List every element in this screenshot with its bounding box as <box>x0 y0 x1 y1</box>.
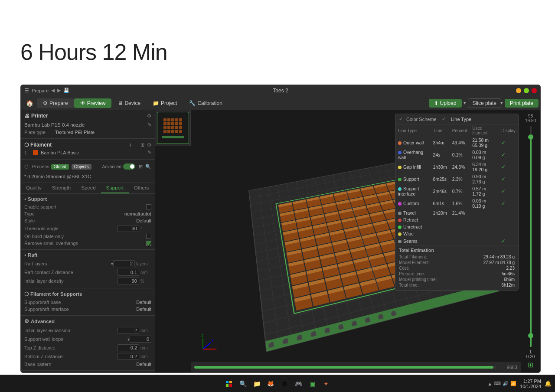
slider-handle-bottom[interactable] <box>528 333 533 338</box>
check-icon[interactable]: ✓ <box>501 238 506 244</box>
home-icon[interactable]: 🏠 <box>23 100 37 107</box>
remove-overhangs-checkbox[interactable]: ✓ <box>146 241 151 246</box>
type-label: Type <box>24 211 124 216</box>
settings-icon[interactable]: ⚙ <box>147 113 151 119</box>
print-time-title: 6 Hours 12 Min <box>20 39 167 65</box>
support-wall-loops-input[interactable] <box>130 336 151 343</box>
process-search-icon[interactable]: 🔍 <box>145 164 151 170</box>
threshold-input[interactable] <box>118 225 139 232</box>
check-icon[interactable]: ✓ <box>501 176 506 182</box>
base-pattern-value[interactable]: Default <box>136 362 151 367</box>
volume-icon[interactable]: 🔊 <box>503 381 509 386</box>
support-collapse-icon[interactable]: ▪ <box>24 196 26 202</box>
tray-arrow[interactable]: ▲ <box>487 381 492 386</box>
support-raft-interface-value[interactable]: Default <box>136 307 151 312</box>
check-icon[interactable]: ✓ <box>501 188 506 194</box>
process-global-tag[interactable]: Global <box>51 164 69 170</box>
layers-icon[interactable]: ⊞ <box>528 361 533 369</box>
add-filament-button[interactable]: + <box>128 141 132 148</box>
initial-layer-exp-input[interactable] <box>118 327 139 334</box>
style-value[interactable]: Default <box>136 218 151 223</box>
project-icon: 📁 <box>153 100 159 106</box>
print-plate-button[interactable]: Print plate <box>505 99 539 108</box>
advanced-toggle[interactable] <box>123 163 135 170</box>
taskbar-clock[interactable]: 1:27 PM 10/1/2024 <box>520 379 541 389</box>
advanced-label: Advanced <box>102 164 121 169</box>
tab-support[interactable]: Support <box>101 183 129 193</box>
nav-device[interactable]: 🖥 Device <box>111 98 147 108</box>
est-row-label: Cost: <box>399 266 409 271</box>
tab-strength[interactable]: Strength <box>47 183 76 193</box>
support-raft-base-value[interactable]: Default <box>136 300 151 305</box>
printer-section-header: 🖨 Printer ⚙ <box>24 113 151 119</box>
process-more-icons[interactable]: ⊞ <box>139 164 143 170</box>
type-value[interactable]: normal(auto) <box>124 211 151 216</box>
taskbar-folder[interactable]: 📁 <box>251 378 263 390</box>
slice-dropdown[interactable]: ▾ <box>500 100 503 106</box>
hamburger-icon[interactable]: ☰ <box>24 88 29 94</box>
check-icon[interactable]: ✓ <box>501 200 506 206</box>
row-filament <box>470 230 499 237</box>
check-icon[interactable]: ✓ <box>501 164 506 170</box>
nav-calibration[interactable]: 🔧 Calibration <box>183 98 228 108</box>
keyboard-icon[interactable]: ⌨ <box>494 381 501 386</box>
filament-edit-icon[interactable]: ✎ <box>147 150 151 155</box>
initial-layer-exp-row: Initial layer expansion mm <box>24 326 151 335</box>
color-scheme-row: Gap infill 1h30m 24.3% 6.34 m 19.20 g ✓ <box>395 161 518 173</box>
forward-icon[interactable]: ▶ <box>57 88 61 93</box>
slider-track[interactable] <box>530 126 532 347</box>
tab-others[interactable]: Others <box>129 183 154 193</box>
taskbar-game[interactable]: 🎮 <box>292 378 304 390</box>
slice-plate-button[interactable]: Slice plate <box>468 98 501 108</box>
notification-bell[interactable]: 🔔 <box>545 380 552 387</box>
filament-minus-button[interactable]: − <box>134 142 138 148</box>
upload-dropdown[interactable]: ▾ <box>464 100 466 106</box>
top-z-input[interactable] <box>118 344 139 351</box>
maximize-button[interactable] <box>524 88 529 93</box>
back-icon[interactable]: ◀ <box>51 88 55 93</box>
printer-section-icons: ⚙ <box>147 113 151 119</box>
bottom-z-input[interactable] <box>118 353 139 360</box>
svg-rect-7 <box>167 122 170 125</box>
taskbar-app1[interactable]: ▣ <box>306 378 318 390</box>
taskbar-settings[interactable]: ⚙ <box>278 378 291 390</box>
title-bar-menu[interactable]: Prepare <box>32 88 49 93</box>
row-display <box>499 216 518 223</box>
upload-button[interactable]: ⬆ Upload <box>429 99 462 108</box>
filament-name: Bambu PLA Basic <box>41 150 79 155</box>
check-icon[interactable]: ✓ <box>501 140 506 146</box>
tab-speed[interactable]: Speed <box>76 183 101 193</box>
row-filament: 0.03 m 0.09 g <box>470 149 499 161</box>
filament-options-icon[interactable]: ⊞ <box>140 142 144 148</box>
thumbnail-item[interactable] <box>157 112 189 144</box>
row-name: Outer wall <box>395 137 431 149</box>
taskbar-search[interactable]: 🔍 <box>237 378 249 390</box>
raft-contact-label: Raft contact Z distance <box>24 270 118 275</box>
filament-settings-icon[interactable]: ⚙ <box>147 142 151 148</box>
taskbar-browser[interactable]: 🦊 <box>264 378 277 390</box>
minimize-button[interactable] <box>516 88 521 93</box>
slider-handle-top[interactable] <box>528 134 533 140</box>
raft-layers-unit: layers <box>136 261 151 266</box>
raft-collapse-icon[interactable]: ▪ <box>24 252 26 258</box>
raft-contact-input[interactable] <box>118 269 139 276</box>
enable-support-checkbox[interactable] <box>146 204 151 209</box>
edit-icon[interactable]: ✎ <box>147 122 151 127</box>
taskbar-app2[interactable]: ✦ <box>320 378 332 390</box>
progress-track[interactable] <box>194 366 496 369</box>
tab-quality[interactable]: Quality <box>21 183 47 193</box>
nav-preview[interactable]: 👁 Preview <box>74 98 112 108</box>
process-objects-tag[interactable]: Objects <box>72 164 91 170</box>
on-build-plate-checkbox[interactable] <box>146 234 151 239</box>
nav-prepare[interactable]: ⚙ Prepare <box>37 98 74 108</box>
on-build-plate-row: On build plate only <box>24 233 151 240</box>
save-icon[interactable]: 💾 <box>63 88 69 93</box>
check-icon[interactable]: ✓ <box>501 152 506 158</box>
close-button[interactable] <box>532 88 537 93</box>
taskbar-start[interactable] <box>223 378 235 390</box>
initial-density-input[interactable] <box>118 278 139 284</box>
grid-cell <box>372 265 390 278</box>
nav-project[interactable]: 📁 Project <box>147 98 183 108</box>
raft-layers-input[interactable] <box>113 260 135 267</box>
network-icon[interactable]: 📶 <box>510 381 516 386</box>
